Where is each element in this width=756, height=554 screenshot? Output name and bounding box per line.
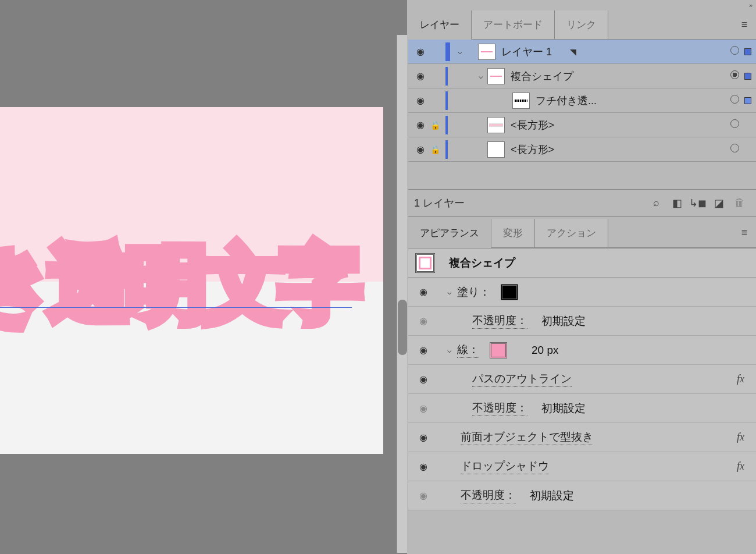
layer-name[interactable]: <長方形> <box>511 143 728 157</box>
chevron-down-icon[interactable]: ⌵ <box>454 47 466 56</box>
panel-menu-icon[interactable]: ≡ <box>733 219 756 247</box>
layer-name[interactable]: フチ付き透... <box>536 94 728 108</box>
target-icon[interactable] <box>728 95 741 106</box>
layer-name[interactable]: <長方形> <box>511 118 728 132</box>
tab-links[interactable]: リンク <box>555 10 608 39</box>
chevron-down-icon[interactable]: ⌵ <box>475 72 487 80</box>
visibility-icon[interactable]: ◉ <box>413 46 428 57</box>
selected-layer-corner-icon <box>570 49 576 56</box>
tab-appearance[interactable]: アピアランス <box>408 219 491 248</box>
visibility-icon[interactable]: ◉ <box>413 70 428 81</box>
selection-bar <box>445 140 448 159</box>
opacity-value: 初期設定 <box>541 314 586 329</box>
object-swatch <box>415 253 435 273</box>
chevron-down-icon[interactable]: ⌵ <box>442 346 457 354</box>
tab-transform[interactable]: 変形 <box>491 219 535 247</box>
layer-row[interactable]: ◉ ⌵ レイヤー 1 <box>408 40 756 64</box>
opacity-label[interactable]: 不透明度： <box>461 488 516 503</box>
object-opacity-row[interactable]: ◉ 不透明度： 初期設定 <box>408 481 756 510</box>
fill-label: 塗り： <box>457 285 490 300</box>
tab-layers[interactable]: レイヤー <box>408 10 472 40</box>
collapse-icon[interactable]: » <box>408 0 756 10</box>
drop-shadow-row[interactable]: ◉ ドロップシャドウ fx <box>408 452 756 481</box>
appearance-header: 複合シェイプ <box>408 248 756 278</box>
stroke-opacity-row[interactable]: ◉ 不透明度： 初期設定 <box>408 394 756 423</box>
outline-path-row[interactable]: ◉ パスのアウトライン fx <box>408 365 756 394</box>
tab-actions[interactable]: アクション <box>535 219 608 247</box>
fill-row[interactable]: ◉ ⌵ 塗り： <box>408 278 756 307</box>
stroke-swatch[interactable] <box>490 342 507 358</box>
make-clipping-icon[interactable]: ↳◼ <box>687 197 708 209</box>
stroke-row[interactable]: ◉ ⌵ 線： 20 px <box>408 336 756 365</box>
opacity-label[interactable]: 不透明度： <box>472 313 527 329</box>
appearance-title: 複合シェイプ <box>449 255 515 271</box>
layer-thumbnail <box>487 68 505 84</box>
selection-bar <box>445 67 448 86</box>
layers-list: ◉ ⌵ レイヤー 1 ◉ ⌵ 複合シェイプ ◉ フチ <box>408 40 756 190</box>
target-icon[interactable] <box>728 46 741 57</box>
selection-bar <box>445 116 448 134</box>
fx-icon[interactable]: fx <box>737 373 749 385</box>
visibility-icon[interactable]: ◉ <box>415 286 432 297</box>
visibility-icon[interactable]: ◉ <box>415 315 432 326</box>
lock-icon[interactable]: 🔒 <box>428 145 442 154</box>
stroke-value[interactable]: 20 px <box>532 344 558 357</box>
color-indicator[interactable] <box>744 48 751 55</box>
knockout-label[interactable]: 前面オブジェクトで型抜き <box>461 429 593 445</box>
visibility-icon[interactable]: ◉ <box>415 432 432 443</box>
trash-icon[interactable]: 🗑 <box>729 197 750 209</box>
layer-row[interactable]: ◉ ⌵ 複合シェイプ <box>408 64 756 88</box>
layer-thumbnail <box>512 93 530 109</box>
layer-row[interactable]: ◉ 🔒 <長方形> <box>408 113 756 137</box>
panel-menu-icon[interactable]: ≡ <box>733 10 756 39</box>
target-icon[interactable] <box>728 144 741 155</box>
knockout-row[interactable]: ◉ 前面オブジェクトで型抜き fx <box>408 423 756 452</box>
fx-icon[interactable]: fx <box>737 431 749 443</box>
appearance-panel-tabs: アピアランス 変形 アクション ≡ <box>408 219 756 248</box>
fill-swatch[interactable] <box>501 284 518 300</box>
fill-opacity-row[interactable]: ◉ 不透明度： 初期設定 <box>408 307 756 336</box>
outline-path-label[interactable]: パスのアウトライン <box>472 371 572 387</box>
panels-sidebar: » レイヤー アートボード リンク ≡ ◉ ⌵ レイヤー 1 ◉ ⌵ 複合シェイ… <box>407 0 756 554</box>
layers-empty-area[interactable] <box>408 162 756 190</box>
layers-footer: 1 レイヤー ⌕ ◧ ↳◼ ◪ 🗑 <box>408 190 756 216</box>
chevron-down-icon[interactable]: ⌵ <box>442 287 457 296</box>
layer-name[interactable]: レイヤー 1 <box>501 45 728 59</box>
scrollbar-thumb[interactable] <box>398 300 407 355</box>
target-icon[interactable] <box>728 119 741 130</box>
color-indicator[interactable] <box>744 73 751 80</box>
visibility-icon[interactable]: ◉ <box>415 374 432 385</box>
new-layer-icon[interactable]: ◪ <box>708 197 729 209</box>
layer-thumbnail <box>478 44 495 60</box>
color-indicator[interactable] <box>744 97 751 104</box>
layer-name[interactable]: 複合シェイプ <box>511 69 728 83</box>
stroke-label[interactable]: 線： <box>457 342 479 358</box>
tab-artboards[interactable]: アートボード <box>472 10 555 39</box>
visibility-icon[interactable]: ◉ <box>413 119 428 130</box>
vertical-scrollbar[interactable] <box>397 35 407 553</box>
fx-icon[interactable]: fx <box>737 460 749 473</box>
canvas[interactable]: き透明文字 <box>0 0 407 554</box>
selection-bar <box>445 42 450 61</box>
baseline-guide <box>0 307 352 308</box>
layer-row[interactable]: ◉ 🔒 <長方形> <box>408 137 756 162</box>
opacity-value: 初期設定 <box>541 401 586 416</box>
drop-shadow-label[interactable]: ドロップシャドウ <box>461 459 549 474</box>
locate-object-icon[interactable]: ◧ <box>666 197 687 209</box>
selection-bar <box>445 91 448 110</box>
visibility-icon[interactable]: ◉ <box>413 95 428 106</box>
target-icon[interactable] <box>728 70 741 81</box>
appearance-panel: 複合シェイプ ◉ ⌵ 塗り： ◉ 不透明度： 初期設定 ◉ ⌵ 線： 20 px… <box>408 248 756 510</box>
layer-row[interactable]: ◉ フチ付き透... <box>408 88 756 113</box>
visibility-icon[interactable]: ◉ <box>415 403 432 414</box>
visibility-icon[interactable]: ◉ <box>413 144 428 155</box>
layer-thumbnail <box>487 117 505 133</box>
outlined-text[interactable]: き透明文字 <box>0 230 356 340</box>
search-icon[interactable]: ⌕ <box>646 197 666 209</box>
visibility-icon[interactable]: ◉ <box>415 345 432 356</box>
layer-thumbnail <box>487 141 505 158</box>
lock-icon[interactable]: 🔒 <box>428 120 442 130</box>
visibility-icon[interactable]: ◉ <box>415 490 432 501</box>
opacity-label[interactable]: 不透明度： <box>472 400 527 416</box>
visibility-icon[interactable]: ◉ <box>415 461 432 472</box>
